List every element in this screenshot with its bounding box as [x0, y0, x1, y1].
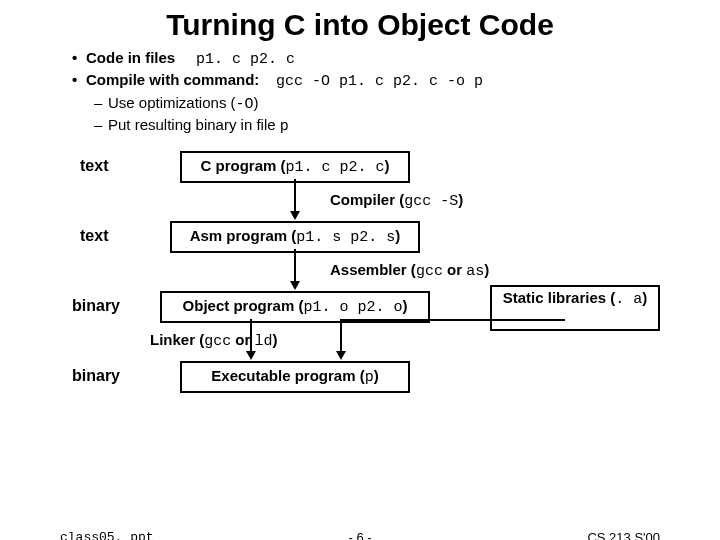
bullet-compile-command: Compile with command: gcc -O p1. c p2. c… — [72, 70, 680, 92]
text: ) — [484, 261, 489, 278]
code: p — [280, 118, 289, 135]
text: Linker ( — [150, 331, 204, 348]
text: Executable program ( — [211, 367, 364, 384]
text: Static libraries ( — [503, 289, 616, 306]
bullet-code-in-files: Code in files p1. c p2. c — [72, 48, 680, 70]
text: or — [231, 331, 254, 348]
text: ) — [254, 94, 259, 111]
rowlabel-text-1: text — [80, 157, 108, 175]
text: Assembler ( — [330, 261, 416, 278]
code: p1. c p2. c — [196, 51, 295, 68]
code: gcc -S — [404, 193, 458, 210]
rowlabel-text-2: text — [80, 227, 108, 245]
label-compiler: Compiler (gcc -S) — [330, 191, 463, 210]
code: ld — [255, 333, 273, 350]
slide-title: Turning C into Object Code — [0, 0, 720, 48]
text: ) — [402, 297, 407, 314]
text: Object program ( — [183, 297, 304, 314]
text: ) — [642, 289, 647, 306]
code: gcc — [416, 263, 443, 280]
subbullet-optimizations: Use optimizations (-O) — [72, 93, 680, 115]
box-static-libraries: Static libraries (. a) — [490, 285, 660, 331]
code: gcc — [204, 333, 231, 350]
code: gcc -O p1. c p2. c -o p — [276, 73, 483, 90]
rowlabel-binary-2: binary — [72, 367, 120, 385]
arrowhead-icon — [290, 281, 300, 290]
text: Code in files — [86, 49, 179, 66]
compilation-diagram: text C program (p1. c p2. c) Compiler (g… — [0, 151, 720, 461]
text: ) — [458, 191, 463, 208]
code: . a — [615, 291, 642, 308]
footer-course: CS 213 S'00 — [587, 530, 660, 540]
text: ) — [395, 227, 400, 244]
arrow-stub2 — [563, 319, 565, 321]
text: ) — [273, 331, 278, 348]
arrowhead-icon — [336, 351, 346, 360]
code: p1. s p2. s — [296, 229, 395, 246]
text: or — [443, 261, 466, 278]
text: Put resulting binary in file — [108, 116, 280, 133]
text: Compiler ( — [330, 191, 404, 208]
code: -O — [236, 96, 254, 113]
text: Asm program ( — [190, 227, 297, 244]
rowlabel-binary-1: binary — [72, 297, 120, 315]
arrow — [294, 179, 296, 213]
arrow-horizontal — [340, 319, 563, 321]
label-linker: Linker (gcc or ld) — [150, 331, 278, 350]
text: ) — [385, 157, 390, 174]
text: Compile with command: — [86, 71, 264, 88]
text: Use optimizations ( — [108, 94, 236, 111]
bullet-list: Code in files p1. c p2. c Compile with c… — [0, 48, 720, 137]
arrow — [340, 319, 342, 353]
code: p1. c p2. c — [285, 159, 384, 176]
code: p1. o p2. o — [303, 299, 402, 316]
text: ) — [374, 367, 379, 384]
arrow — [294, 249, 296, 283]
code: as — [466, 263, 484, 280]
subbullet-binary-file: Put resulting binary in file p — [72, 115, 680, 137]
code: p — [365, 369, 374, 386]
box-executable: Executable program (p) — [180, 361, 410, 393]
arrowhead-icon — [290, 211, 300, 220]
label-assembler: Assembler (gcc or as) — [330, 261, 489, 280]
arrowhead-icon — [246, 351, 256, 360]
text: C program ( — [200, 157, 285, 174]
